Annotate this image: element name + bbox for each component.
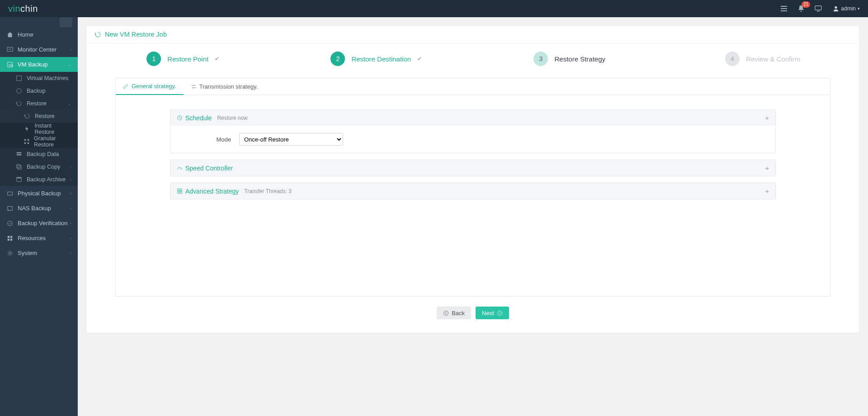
sidebar-item-backup-copy[interactable]: Backup Copy ‹: [0, 161, 78, 173]
svg-rect-22: [17, 178, 22, 182]
svg-rect-37: [180, 191, 182, 193]
wizard-step-review-confirm[interactable]: 4 Review & Confirm: [666, 52, 860, 66]
sidebar-item-granular-restore[interactable]: Granular Restore: [0, 135, 78, 148]
resources-icon: [6, 235, 14, 242]
accordion-advanced-header[interactable]: Advanced Strategy Transfer Threads: 3 +: [170, 183, 775, 199]
svg-point-38: [444, 311, 448, 315]
sidebar-item-label: Restore: [27, 100, 47, 107]
sidebar-item-physical-backup[interactable]: Physical Backup ‹: [0, 186, 78, 201]
list-icon[interactable]: [778, 2, 790, 15]
physical-backup-icon: [6, 190, 14, 197]
svg-point-13: [17, 89, 22, 94]
mode-select[interactable]: Once-off Restore: [239, 133, 343, 146]
svg-rect-0: [781, 6, 787, 7]
sidebar-item-label: System: [18, 250, 37, 256]
page-title: New VM Restore Job: [86, 26, 859, 43]
nas-backup-icon: [6, 205, 14, 212]
user-menu[interactable]: admin ▾: [833, 5, 860, 12]
bell-icon[interactable]: 21: [795, 2, 807, 15]
sidebar-item-monitor-center[interactable]: Monitor Center ‹: [0, 42, 78, 57]
wizard-step-label: Restore Strategy: [554, 55, 605, 63]
backup-archive-icon: [15, 176, 23, 183]
wizard-step-restore-destination[interactable]: 2 Restore Destination ✔: [280, 52, 473, 66]
sidebar-item-label: Backup Copy: [27, 164, 60, 170]
button-label: Back: [452, 310, 465, 317]
sidebar-item-resources[interactable]: Resources ‹: [0, 231, 78, 246]
accordion-title: Speed Controller: [185, 165, 233, 172]
svg-point-27: [8, 221, 13, 226]
svg-rect-20: [17, 165, 20, 168]
button-label: Next: [482, 310, 494, 317]
sidebar-item-system[interactable]: System ‹: [0, 246, 78, 260]
sidebar-item-nas-backup[interactable]: NAS Backup ‹: [0, 201, 78, 216]
wizard-step-restore-strategy[interactable]: 3 Restore Strategy: [473, 52, 666, 66]
panel: New VM Restore Job 1 Restore Point ✔ 2 R…: [86, 25, 860, 333]
page-title-text: New VM Restore Job: [105, 31, 167, 38]
wizard-step-restore-point[interactable]: 1 Restore Point ✔: [86, 52, 280, 66]
chevron-down-icon: ▾: [858, 6, 860, 11]
tab-label: Transmission strategy.: [199, 83, 258, 90]
tabs: General strategy. Transmission strategy.: [116, 78, 830, 95]
sidebar-item-label: Backup Verification: [18, 220, 68, 227]
sidebar-item-label: Backup: [27, 88, 46, 94]
svg-rect-12: [17, 76, 22, 81]
monitor-center-icon: [6, 46, 14, 53]
restore-icon: [15, 100, 23, 107]
user-icon: [833, 5, 839, 12]
accordion-summary: Restore now: [217, 115, 247, 121]
chevron-icon: ‹: [70, 221, 71, 226]
next-button[interactable]: Next: [476, 307, 509, 319]
svg-rect-4: [817, 11, 820, 12]
svg-rect-18: [17, 152, 22, 154]
svg-rect-1: [781, 8, 787, 9]
svg-rect-35: [180, 189, 182, 191]
sidebar-item-restore-sub[interactable]: Restore: [0, 110, 78, 123]
sidebar-item-backup-verification[interactable]: Backup Verification ‹: [0, 216, 78, 231]
svg-point-5: [835, 6, 837, 9]
transfer-icon: [191, 84, 197, 90]
sidebar-item-instant-restore[interactable]: Instant Restore: [0, 123, 78, 135]
gauge-icon: [177, 165, 183, 171]
edit-icon: [123, 83, 129, 89]
chevron-icon: ‹: [70, 206, 71, 211]
wizard-step-number: 3: [533, 52, 548, 66]
svg-rect-24: [8, 192, 13, 195]
arrow-right-icon: [497, 310, 503, 316]
svg-rect-3: [815, 6, 821, 10]
sidebar-item-virtual-machines[interactable]: Virtual Machines: [0, 72, 78, 85]
footer-buttons: Back Next: [86, 297, 859, 333]
accordion-title: Schedule: [185, 114, 212, 122]
backup-copy-icon: [15, 163, 23, 170]
accordion-speed-header[interactable]: Speed Controller +: [170, 160, 775, 176]
wizard-step-label: Restore Point: [167, 55, 208, 63]
brand-part2: chin: [20, 4, 38, 14]
sidebar-item-home[interactable]: Home: [0, 27, 78, 42]
sidebar-item-label: NAS Backup: [18, 205, 51, 212]
sidebar-item-label: Monitor Center: [18, 46, 57, 53]
sidebar-item-vm-backup[interactable]: VM VM Backup ⌄: [0, 57, 78, 72]
chevron-down-icon: ⌄: [68, 62, 71, 67]
tab-general-strategy[interactable]: General strategy.: [116, 78, 184, 95]
card-body: Schedule Restore now + Mode Once-off Res…: [116, 95, 830, 296]
monitor-icon[interactable]: [812, 2, 825, 15]
sidebar-item-backup-archive[interactable]: Backup Archive ‹: [0, 173, 78, 186]
topbar: vinchin 21 admin ▾: [0, 0, 868, 17]
backup-verification-icon: [6, 220, 14, 227]
sidebar-item-restore[interactable]: Restore ⌄: [0, 97, 78, 110]
clock-icon: [177, 115, 183, 121]
accordion-schedule-body: Mode Once-off Restore: [170, 126, 775, 153]
chevron-icon: ‹: [70, 236, 71, 241]
sidebar-toggle[interactable]: [0, 17, 78, 27]
back-button[interactable]: Back: [437, 307, 471, 319]
chevron-icon: ‹: [70, 191, 71, 196]
plus-icon: +: [765, 114, 769, 122]
tab-transmission-strategy[interactable]: Transmission strategy.: [184, 78, 265, 95]
sidebar-item-label: Instant Restore: [34, 123, 71, 135]
svg-rect-17: [28, 142, 29, 144]
accordion-schedule-header[interactable]: Schedule Restore now +: [170, 110, 775, 126]
sidebar-item-backup[interactable]: Backup: [0, 85, 78, 97]
instant-restore-icon: [24, 125, 30, 132]
sidebar-item-backup-data[interactable]: Backup Data: [0, 148, 78, 161]
chevron-icon: ‹: [70, 165, 71, 169]
backup-data-icon: [15, 151, 23, 158]
